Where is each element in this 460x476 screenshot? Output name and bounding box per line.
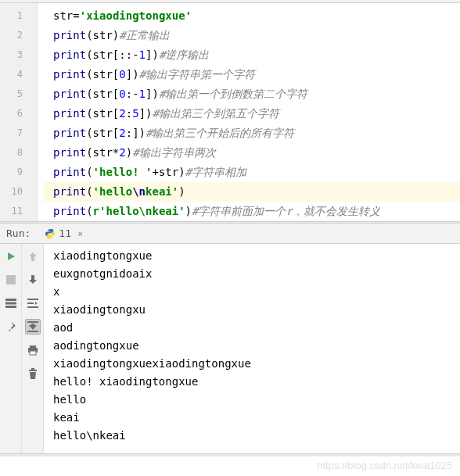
line-number: 2	[0, 26, 37, 45]
console-output[interactable]: xiaodingtongxueeuxgnotgnidoaixxxiaodingt…	[44, 244, 460, 453]
code-line[interactable]: print('hello! '+str)#字符串相加	[44, 163, 460, 182]
code-line[interactable]: print(str[2:])#输出第三个开始后的所有字符	[44, 123, 460, 143]
line-number: 4	[0, 65, 37, 84]
pin-button[interactable]	[3, 319, 19, 335]
output-line: aodingtongxue	[53, 337, 460, 355]
code-line[interactable]: print(str[::-1])#逆序输出	[44, 45, 460, 65]
down-button[interactable]	[25, 272, 41, 288]
output-line: euxgnotgnidoaix	[53, 265, 460, 283]
code-line[interactable]: print(r'hello\nkeai')#字符串前面加一个r，就不会发生转义	[44, 202, 460, 221]
svg-rect-15	[29, 370, 37, 371]
line-number: 11	[0, 202, 37, 221]
python-icon	[45, 228, 56, 239]
wrap-button[interactable]	[25, 295, 41, 311]
svg-rect-9	[27, 321, 38, 323]
trash-button[interactable]	[25, 366, 41, 381]
line-number: 6	[0, 104, 37, 123]
run-toolbar-right	[22, 244, 44, 453]
svg-rect-8	[27, 306, 38, 308]
line-number: 5	[0, 84, 37, 104]
scroll-to-end-button[interactable]	[25, 319, 41, 335]
code-line[interactable]: print(str)#正常输出	[44, 26, 460, 45]
run-label: Run:	[6, 227, 31, 239]
svg-rect-10	[27, 331, 38, 332]
code-line[interactable]: print(str[2:5])#输出第三个到第五个字符	[44, 104, 460, 123]
svg-point-0	[49, 229, 49, 230]
svg-rect-13	[30, 351, 36, 355]
output-line: xiaodingtongxu	[53, 301, 460, 319]
svg-rect-7	[27, 302, 34, 304]
output-line: hello! xiaodingtongxue	[53, 373, 460, 391]
run-tool-header: Run: 11 ×	[0, 224, 460, 244]
up-button[interactable]	[25, 249, 41, 264]
code-line[interactable]: print(str[0:-1])#输出第一个到倒数第二个字符	[44, 84, 460, 104]
code-line[interactable]: print(str*2)#输出字符串两次	[44, 143, 460, 163]
line-number: 9	[0, 163, 37, 182]
stop-button[interactable]	[3, 272, 19, 288]
line-number: 8	[0, 143, 37, 163]
svg-rect-5	[5, 306, 16, 308]
run-config-tab[interactable]: 11 ×	[40, 226, 88, 241]
output-line: hello	[53, 391, 460, 409]
line-number-gutter: 1234567891011	[0, 3, 38, 221]
svg-rect-11	[30, 345, 36, 348]
output-line: keai	[53, 409, 460, 427]
layout-button[interactable]	[3, 295, 19, 311]
code-line[interactable]: print(str[0])#输出字符串第一个字符	[44, 65, 460, 84]
rerun-button[interactable]	[3, 249, 19, 264]
code-line[interactable]: print('hello\nkeai')	[44, 182, 460, 202]
run-tool-body: xiaodingtongxueeuxgnotgnidoaixxxiaodingt…	[0, 244, 460, 453]
svg-rect-14	[31, 368, 34, 370]
output-line: hello\nkeai	[53, 427, 460, 445]
line-number: 7	[0, 123, 37, 143]
svg-rect-2	[6, 275, 16, 285]
svg-rect-6	[27, 299, 38, 300]
print-button[interactable]	[25, 342, 41, 358]
code-area[interactable]: str='xiaodingtongxue'print(str)#正常输出prin…	[38, 3, 460, 221]
svg-rect-3	[5, 299, 16, 301]
output-line: x	[53, 283, 460, 301]
svg-rect-4	[5, 302, 16, 305]
output-line: xiaodingtongxuexiaodingtongxue	[53, 355, 460, 373]
line-number: 1	[0, 6, 37, 26]
run-config-name: 11	[59, 227, 71, 239]
code-editor: 1234567891011 str='xiaodingtongxue'print…	[0, 3, 460, 221]
line-number: 10	[0, 182, 37, 202]
watermark-text: https://blog.csdn.net/keai1025	[317, 460, 452, 471]
code-line[interactable]: str='xiaodingtongxue'	[44, 6, 460, 26]
line-number: 3	[0, 45, 37, 65]
svg-point-1	[52, 237, 52, 238]
run-toolbar-left	[0, 244, 22, 453]
output-line: aod	[53, 319, 460, 337]
close-icon[interactable]: ×	[77, 228, 83, 239]
output-line: xiaodingtongxue	[53, 247, 460, 265]
status-bar	[0, 453, 460, 456]
